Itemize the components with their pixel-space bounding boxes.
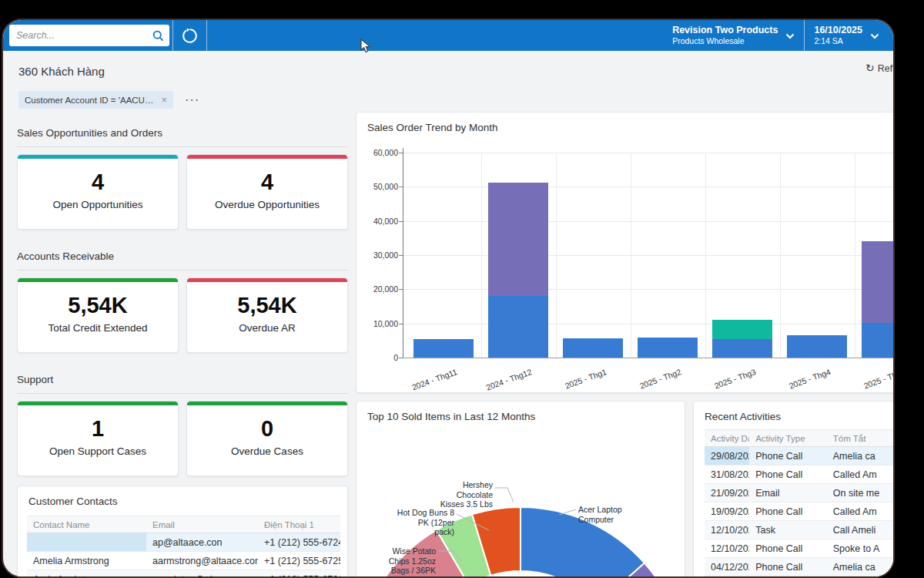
table-cell[interactable]: Phone Call xyxy=(749,558,827,576)
column-header[interactable]: Tóm Tắt xyxy=(827,434,895,443)
kpi-card-row: 5,54KTotal Credit Extended5,54KOverdue A… xyxy=(17,277,348,353)
table-cell[interactable]: 31/08/2023… xyxy=(705,465,749,483)
table-row[interactable]: 04/12/2023…Phone CallAmelia ca xyxy=(705,558,895,576)
table-row[interactable]: Amelia Armstrongaarmstrong@altaace.con+1… xyxy=(27,552,340,570)
bar-segment-base-blue[interactable] xyxy=(712,339,772,358)
business-date-button[interactable] xyxy=(173,20,206,51)
kpi-card[interactable]: 1Open Support Cases xyxy=(17,401,179,476)
kpi-accent-bar xyxy=(18,278,178,282)
section-divider xyxy=(17,270,348,271)
refresh-button[interactable]: ↻Refresh xyxy=(865,62,895,74)
table-cell[interactable]: 21/09/2023… xyxy=(705,484,749,502)
refresh-icon: ↻ xyxy=(865,62,875,74)
table-cell[interactable]: Call Ameli xyxy=(827,521,895,539)
gridline-h xyxy=(403,324,895,324)
kpi-section-2: Support1Open Support Cases0Overdue Cases xyxy=(17,374,348,476)
filter-more-button[interactable]: ··· xyxy=(186,94,200,106)
table-cell[interactable]: 12/10/2023… xyxy=(705,521,749,539)
chevron-down-icon xyxy=(870,29,879,42)
top-items-donut-chart: HersheyChocolateKisses 3.5 LbsAcer Lapto… xyxy=(357,402,685,578)
kpi-accent-bar xyxy=(187,402,347,405)
table-cell[interactable]: Amelia ca xyxy=(827,447,895,465)
table-cell[interactable]: +1 (212) 555-6726 xyxy=(258,570,340,578)
kpi-accent-bar xyxy=(187,155,347,159)
table-cell[interactable]: Amelia ca xyxy=(827,558,895,576)
business-datetime-selector[interactable]: 16/10/2025 2:14 SA xyxy=(805,20,889,51)
donut-slice-label: Hot Dog Buns 8PK (12perpack) xyxy=(397,508,454,537)
table-cell[interactable]: 04/12/2023… xyxy=(705,558,749,576)
kpi-card[interactable]: 4Open Opportunities xyxy=(17,154,179,230)
kpi-card[interactable]: 4Overdue Opportunities xyxy=(186,154,348,230)
table-row[interactable]: Andy Appletonaappleton@altaace.con+1 (21… xyxy=(27,570,340,578)
table-cell[interactable]: +1 (212) 555-6725 xyxy=(258,552,340,570)
table-cell[interactable]: aarmstrong@altaace.con xyxy=(146,552,258,570)
x-axis-label: 2025 - Thg5 xyxy=(838,367,895,399)
table-cell[interactable]: Called Am xyxy=(827,502,895,520)
bar-segment-base-blue[interactable] xyxy=(787,335,847,358)
table-cell[interactable]: Phone Call xyxy=(749,502,827,520)
company-branch-selector[interactable]: Revision Two Products Products Wholesale xyxy=(663,20,804,51)
gridline-h xyxy=(403,255,895,256)
table-row[interactable]: 31/08/2023…Phone CallCalled Am xyxy=(705,465,895,484)
table-cell[interactable]: Task xyxy=(749,521,827,539)
activities-table: Activity DateActivity TypeTóm Tắt29/08/2… xyxy=(705,429,895,576)
table-cell[interactable]: Phone Call xyxy=(749,447,827,465)
business-time: 2:14 SA xyxy=(814,36,862,46)
table-row[interactable]: ap@altaace.con+1 (212) 555-6724 xyxy=(27,533,340,552)
kpi-section-1: Accounts Receivable5,54KTotal Credit Ext… xyxy=(17,250,348,353)
column-header[interactable]: Email xyxy=(146,520,258,529)
table-cell[interactable]: Phone Call xyxy=(749,539,827,557)
table-cell[interactable]: Andy Appleton xyxy=(27,570,146,578)
bar-segment-upper-purple[interactable] xyxy=(488,183,548,296)
kpi-card[interactable]: 5,54KTotal Credit Extended xyxy=(17,277,179,353)
table-cell[interactable]: Amelia Armstrong xyxy=(27,552,146,570)
bar-segment-base-blue[interactable] xyxy=(638,338,698,358)
bar-segment-base-blue[interactable] xyxy=(563,338,623,358)
gridline-h xyxy=(403,289,895,290)
column-header[interactable]: Activity Date xyxy=(705,434,749,443)
table-row[interactable]: 12/10/2023…Phone CallSpoke to A xyxy=(705,539,895,558)
table-cell[interactable]: Phone Call xyxy=(749,465,827,483)
table-cell[interactable]: Called Am xyxy=(827,465,895,483)
column-header[interactable]: Contact Name xyxy=(27,520,146,529)
table-cell[interactable]: +1 (212) 555-6724 xyxy=(258,533,340,551)
gridline-h xyxy=(403,153,895,153)
table-cell[interactable]: ap@altaace.con xyxy=(146,533,258,551)
page-title: 360 Khách Hàng xyxy=(18,65,105,78)
kpi-label: Open Opportunities xyxy=(18,199,178,210)
section-divider xyxy=(17,393,348,394)
bar-segment-base-blue[interactable] xyxy=(862,323,895,358)
global-search[interactable] xyxy=(9,25,169,46)
table-cell[interactable]: 29/08/2023… xyxy=(705,447,749,465)
table-row[interactable]: 21/09/2023…EmailOn site me xyxy=(705,484,895,502)
table-cell[interactable]: On site me xyxy=(827,484,895,502)
search-icon[interactable] xyxy=(152,30,164,42)
table-cell[interactable]: Email xyxy=(749,484,827,502)
kpi-label: Overdue Cases xyxy=(187,445,347,457)
kpi-accent-bar xyxy=(187,278,347,282)
table-cell[interactable]: 12/10/2023… xyxy=(705,539,749,557)
chip-close-icon[interactable]: × xyxy=(161,94,167,106)
table-cell[interactable]: 19/09/2023… xyxy=(705,502,749,520)
table-cell[interactable]: aappleton@altaace.con xyxy=(146,570,258,578)
column-header[interactable]: Activity Type xyxy=(749,434,827,443)
kpi-card[interactable]: 0Overdue Cases xyxy=(186,401,348,476)
search-input[interactable] xyxy=(9,25,152,46)
gridline-v xyxy=(855,153,855,358)
bar-segment-base-blue[interactable] xyxy=(488,296,548,358)
table-row[interactable]: 29/08/2023…Phone CallAmelia ca xyxy=(705,447,895,465)
bar-segment-base-blue[interactable] xyxy=(413,339,474,358)
filter-chip[interactable]: Customer Account ID = 'AACU… × xyxy=(18,91,173,109)
table-cell[interactable] xyxy=(27,533,146,551)
gridline-v xyxy=(780,153,781,358)
kpi-card[interactable]: 5,54KOverdue AR xyxy=(186,277,348,353)
table-cell[interactable]: Spoke to A xyxy=(827,539,895,557)
kpi-value: 0 xyxy=(187,416,347,442)
table-row[interactable]: 19/09/2023…Phone CallCalled Am xyxy=(705,502,895,521)
column-header[interactable]: Điện Thoại 1 xyxy=(258,520,340,529)
table-row[interactable]: 12/10/2023…TaskCall Ameli xyxy=(705,521,895,539)
section-title: Accounts Receivable xyxy=(17,250,348,263)
bar-segment-upper-teal[interactable] xyxy=(712,320,772,339)
bar-segment-upper-purple[interactable] xyxy=(862,241,895,323)
y-axis-label: 40,000 xyxy=(361,217,398,226)
